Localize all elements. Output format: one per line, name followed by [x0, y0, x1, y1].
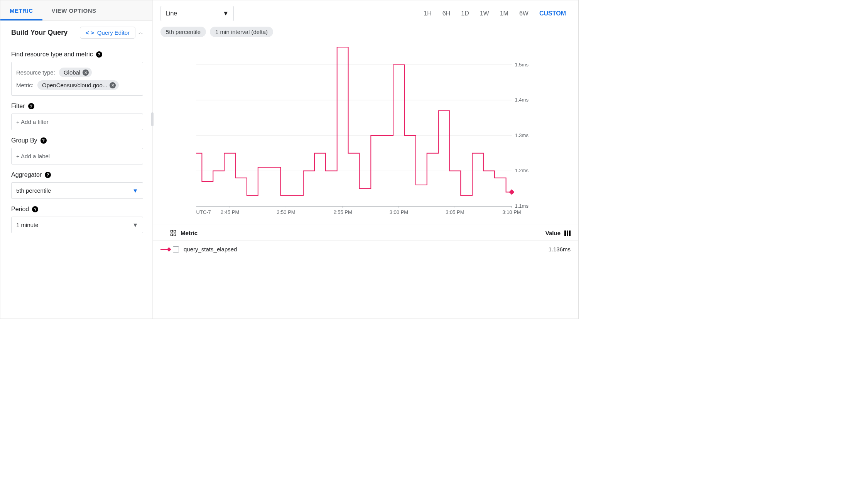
svg-text:2:50 PM: 2:50 PM [277, 209, 295, 215]
help-icon[interactable]: ? [28, 103, 34, 109]
resource-type-chip[interactable]: Global ✕ [59, 68, 92, 77]
svg-text:3:10 PM: 3:10 PM [502, 209, 521, 215]
series-name: query_stats_elapsed [184, 246, 548, 253]
help-icon[interactable]: ? [96, 51, 102, 58]
svg-text:1.2ms: 1.2ms [515, 168, 529, 173]
svg-text:1.5ms: 1.5ms [515, 62, 529, 68]
grid-icon[interactable] [171, 230, 177, 236]
aggregator-value: 5th percentile [16, 187, 51, 194]
viz-type-select[interactable]: Line ▼ [160, 6, 234, 21]
period-select[interactable]: 1 minute ▼ [11, 217, 143, 233]
aggregator-pill: 5th percentile [160, 27, 206, 37]
range-custom[interactable]: CUSTOM [535, 7, 571, 20]
svg-text:2:45 PM: 2:45 PM [221, 209, 239, 215]
config-tabs: METRIC VIEW OPTIONS [0, 0, 152, 21]
query-editor-button[interactable]: < > Query Editor [80, 27, 135, 39]
metric-chip[interactable]: OpenCensus/cloud.goo... ✕ [37, 80, 119, 90]
legend-table: Metric Value query_stats_elapsed 1.136ms [153, 224, 578, 258]
remove-metric-icon[interactable]: ✕ [110, 82, 116, 88]
add-label-input[interactable]: + Add a label [11, 148, 143, 164]
summary-pills: 5th percentile 1 min interval (delta) [153, 21, 578, 37]
range-6h[interactable]: 6H [438, 7, 455, 20]
build-query-title: Build Your Query [11, 29, 68, 37]
code-icon: < > [86, 29, 94, 36]
columns-icon[interactable] [564, 231, 571, 236]
resource-type-label: Resource type: [16, 69, 55, 76]
help-icon[interactable]: ? [41, 137, 47, 144]
metric-label: Metric: [16, 82, 34, 88]
line-chart[interactable]: 1.1ms1.2ms1.3ms1.4ms1.5ms2:45 PM2:50 PM2… [157, 43, 571, 221]
metric-value: OpenCensus/cloud.goo... [42, 82, 107, 88]
svg-text:1.1ms: 1.1ms [515, 203, 529, 209]
range-6w[interactable]: 6W [515, 7, 533, 20]
svg-text:1.4ms: 1.4ms [515, 97, 529, 103]
svg-text:2:55 PM: 2:55 PM [333, 209, 352, 215]
caret-down-icon: ▼ [132, 187, 138, 194]
series-swatch [160, 249, 169, 250]
remove-resource-type-icon[interactable]: ✕ [83, 69, 89, 76]
viz-type-value: Line [165, 10, 177, 17]
resource-type-value: Global [64, 69, 80, 76]
series-value: 1.136ms [548, 246, 571, 253]
legend-row[interactable]: query_stats_elapsed 1.136ms [153, 241, 578, 258]
filter-title: Filter ? [11, 103, 143, 110]
svg-text:3:00 PM: 3:00 PM [390, 209, 408, 215]
svg-text:UTC-7: UTC-7 [196, 209, 211, 215]
chevron-up-icon[interactable]: ︿ [138, 29, 143, 36]
value-column-header: Value [545, 230, 561, 236]
caret-down-icon: ▼ [223, 10, 229, 17]
find-metric-title: Find resource type and metric ? [11, 51, 143, 58]
query-header: Build Your Query < > Query Editor ︿ [0, 21, 152, 44]
period-title: Period ? [11, 206, 143, 213]
aggregator-select[interactable]: 5th percentile ▼ [11, 182, 143, 199]
aggregator-title: Aggregator ? [11, 171, 143, 178]
chart-toolbar: Line ▼ 1H6H1D1W1M6WCUSTOM [153, 0, 578, 21]
interval-pill: 1 min interval (delta) [210, 27, 273, 37]
tab-view-options[interactable]: VIEW OPTIONS [42, 0, 106, 20]
metric-column-header: Metric [181, 230, 198, 236]
range-1w[interactable]: 1W [475, 7, 494, 20]
resource-metric-box: Resource type: Global ✕ Metric: OpenCens… [11, 62, 143, 96]
help-icon[interactable]: ? [32, 206, 38, 212]
svg-text:3:05 PM: 3:05 PM [446, 209, 464, 215]
svg-text:1.3ms: 1.3ms [515, 132, 529, 138]
query-editor-label: Query Editor [97, 29, 130, 36]
range-1h[interactable]: 1H [419, 7, 436, 20]
svg-rect-24 [509, 189, 514, 195]
help-icon[interactable]: ? [45, 172, 51, 178]
tab-metric[interactable]: METRIC [0, 0, 42, 20]
range-1d[interactable]: 1D [456, 7, 473, 20]
range-1m[interactable]: 1M [495, 7, 513, 20]
period-value: 1 minute [16, 222, 39, 228]
series-checkbox[interactable] [173, 246, 179, 253]
groupby-title: Group By ? [11, 137, 143, 144]
caret-down-icon: ▼ [132, 222, 138, 228]
add-filter-input[interactable]: + Add a filter [11, 114, 143, 130]
